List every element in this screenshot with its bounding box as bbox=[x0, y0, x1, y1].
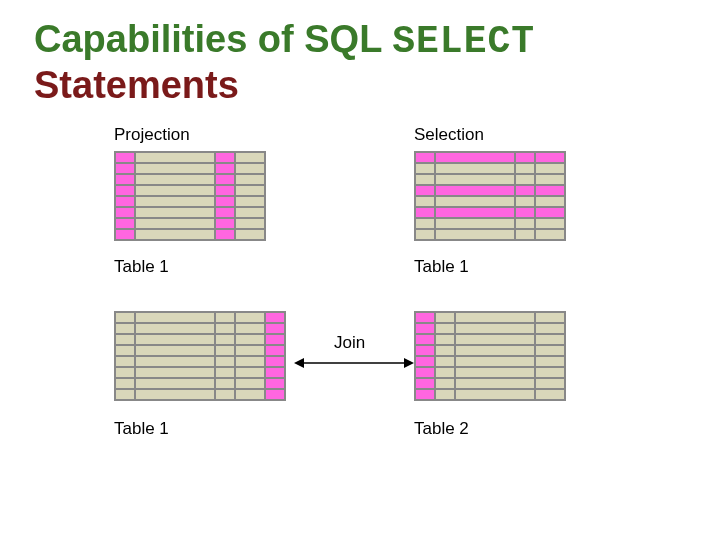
diagram-area: Projection Table 1 Selection Table 1 Tab… bbox=[34, 125, 686, 525]
table-row bbox=[115, 163, 265, 174]
table-cell bbox=[535, 323, 565, 334]
table-cell bbox=[435, 174, 515, 185]
table-cell bbox=[515, 207, 535, 218]
table-cell bbox=[535, 389, 565, 400]
table-cell bbox=[235, 185, 265, 196]
table-cell bbox=[265, 367, 285, 378]
table-cell bbox=[415, 229, 435, 240]
table-cell bbox=[435, 196, 515, 207]
table-row bbox=[115, 218, 265, 229]
table-cell bbox=[455, 345, 535, 356]
title-select-word: SELECT bbox=[392, 20, 535, 63]
table-cell bbox=[115, 218, 135, 229]
table-cell bbox=[455, 312, 535, 323]
table-cell bbox=[455, 367, 535, 378]
label-table1-a: Table 1 bbox=[114, 257, 169, 277]
table-cell bbox=[535, 345, 565, 356]
table-cell bbox=[235, 345, 265, 356]
table-cell bbox=[515, 174, 535, 185]
table-row bbox=[415, 185, 565, 196]
table-cell bbox=[535, 334, 565, 345]
table-cell bbox=[235, 218, 265, 229]
table-cell bbox=[115, 345, 135, 356]
table-cell bbox=[215, 185, 235, 196]
table-cell bbox=[135, 312, 215, 323]
table-cell bbox=[115, 152, 135, 163]
table-cell bbox=[235, 323, 265, 334]
title-part2: Statements bbox=[34, 64, 239, 106]
label-selection: Selection bbox=[414, 125, 484, 145]
table-cell bbox=[435, 152, 515, 163]
table-cell bbox=[215, 378, 235, 389]
table-cell bbox=[215, 323, 235, 334]
table-cell bbox=[415, 196, 435, 207]
table-cell bbox=[415, 378, 435, 389]
table-cell bbox=[535, 152, 565, 163]
table-row bbox=[115, 196, 265, 207]
table-cell bbox=[415, 218, 435, 229]
table-selection bbox=[414, 151, 566, 241]
table-cell bbox=[435, 356, 455, 367]
table-cell bbox=[455, 389, 535, 400]
table-join-left bbox=[114, 311, 286, 401]
table-cell bbox=[135, 196, 215, 207]
table-cell bbox=[235, 356, 265, 367]
table-cell bbox=[215, 196, 235, 207]
table-cell bbox=[515, 163, 535, 174]
table-cell bbox=[215, 334, 235, 345]
table-cell bbox=[535, 367, 565, 378]
table-join-right bbox=[414, 311, 566, 401]
table-cell bbox=[265, 378, 285, 389]
table-cell bbox=[415, 312, 435, 323]
table-cell bbox=[235, 378, 265, 389]
table-row bbox=[415, 152, 565, 163]
table-cell bbox=[235, 334, 265, 345]
table-cell bbox=[115, 174, 135, 185]
table-cell bbox=[135, 218, 215, 229]
table-cell bbox=[215, 345, 235, 356]
table-cell bbox=[435, 323, 455, 334]
table-cell bbox=[135, 207, 215, 218]
table-cell bbox=[415, 185, 435, 196]
table-cell bbox=[215, 174, 235, 185]
slide-title: Capabilities of SQL SELECT Statements bbox=[34, 18, 686, 107]
table-row bbox=[115, 389, 285, 400]
title-part1: Capabilities of SQL bbox=[34, 18, 392, 60]
join-arrow-icon bbox=[294, 355, 414, 371]
table-cell bbox=[235, 196, 265, 207]
table-cell bbox=[455, 378, 535, 389]
table-cell bbox=[515, 218, 535, 229]
table-cell bbox=[135, 334, 215, 345]
table-cell bbox=[215, 207, 235, 218]
table-row bbox=[415, 229, 565, 240]
table-cell bbox=[215, 389, 235, 400]
table-cell bbox=[235, 312, 265, 323]
table-cell bbox=[435, 345, 455, 356]
table-row bbox=[115, 207, 265, 218]
table-cell bbox=[455, 323, 535, 334]
table-cell bbox=[235, 229, 265, 240]
table-cell bbox=[215, 367, 235, 378]
table-cell bbox=[115, 389, 135, 400]
table-cell bbox=[435, 229, 515, 240]
table-cell bbox=[265, 345, 285, 356]
table-cell bbox=[435, 163, 515, 174]
table-cell bbox=[235, 163, 265, 174]
table-cell bbox=[415, 356, 435, 367]
table-row bbox=[415, 174, 565, 185]
table-cell bbox=[135, 229, 215, 240]
table-cell bbox=[115, 163, 135, 174]
table-row bbox=[115, 312, 285, 323]
table-cell bbox=[435, 185, 515, 196]
table-projection bbox=[114, 151, 266, 241]
table-cell bbox=[265, 334, 285, 345]
table-row bbox=[115, 334, 285, 345]
table-row bbox=[415, 345, 565, 356]
table-cell bbox=[115, 207, 135, 218]
label-table1-c: Table 1 bbox=[114, 419, 169, 439]
table-cell bbox=[265, 323, 285, 334]
label-projection: Projection bbox=[114, 125, 190, 145]
table-cell bbox=[115, 323, 135, 334]
table-cell bbox=[215, 356, 235, 367]
table-cell bbox=[215, 152, 235, 163]
